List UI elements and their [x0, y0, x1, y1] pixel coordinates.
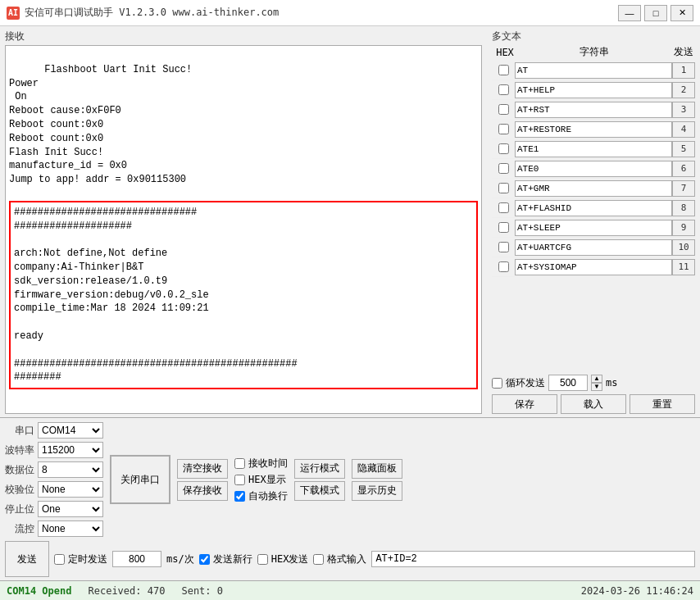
auto-newline-label: 自动换行	[248, 489, 288, 503]
parity-select[interactable]: None	[38, 481, 103, 498]
baud-label: 波特率	[5, 443, 34, 457]
cmd-send-number[interactable]: 1	[672, 62, 695, 79]
reset-button[interactable]: 重置	[630, 394, 695, 414]
command-row: 8	[492, 198, 695, 218]
received-label: Received:	[88, 585, 141, 597]
left-panel: 接收 Flashboot Uart Init Succ! Power On Re…	[0, 26, 487, 417]
download-mode-button[interactable]: 下载模式	[294, 481, 345, 501]
loop-spin-up[interactable]: ▲	[591, 375, 602, 383]
cmd-checkbox[interactable]	[498, 124, 509, 134]
app-icon: AI	[7, 7, 20, 20]
send-button[interactable]: 发送	[5, 541, 49, 577]
multi-text-header: 多文本	[492, 30, 695, 43]
timed-interval-input[interactable]	[112, 551, 161, 567]
parity-row: 校验位 None	[5, 480, 103, 498]
cmd-send-number[interactable]: 7	[672, 180, 695, 197]
cmd-checkbox[interactable]	[498, 84, 509, 95]
loop-interval-input[interactable]	[548, 375, 588, 391]
mode-buttons: 运行模式 下载模式	[294, 459, 345, 501]
cmd-send-number[interactable]: 10	[672, 239, 695, 256]
auto-newline-row: 自动换行	[234, 489, 288, 503]
cmd-checkbox[interactable]	[498, 261, 509, 272]
receive-time-label: 接收时间	[248, 457, 288, 470]
statusbar: COM14 Opend Received: 470 Sent: 0 2024-0…	[0, 580, 700, 600]
cmd-checkbox[interactable]	[498, 183, 509, 193]
receive-area[interactable]: Flashboot Uart Init Succ! Power On Reboo…	[5, 45, 482, 414]
loop-spin-down[interactable]: ▼	[591, 383, 602, 391]
send-options: 定时发送 ms/次 发送新行 HEX发送 格式输入	[54, 551, 695, 567]
loop-send-row: 循环发送 ▲ ▼ ms	[492, 375, 695, 391]
clear-receive-button[interactable]: 清空接收	[177, 459, 228, 479]
multi-text-title: 多文本	[492, 30, 521, 43]
baud-select[interactable]: 115200	[38, 442, 103, 458]
hide-panel-button[interactable]: 隐藏面板	[352, 459, 402, 479]
cmd-text-input[interactable]	[515, 200, 672, 216]
receive-normal-text: Flashboot Uart Init Succ! Power On Reboo…	[9, 64, 192, 185]
port-label: 串口	[5, 424, 34, 438]
parity-label: 校验位	[5, 483, 34, 497]
stop-bits-select[interactable]: One	[38, 501, 103, 517]
command-row: 1	[492, 61, 695, 80]
col-headers: HEX 字符串 发送	[492, 45, 695, 59]
loop-send-checkbox[interactable]	[492, 378, 502, 389]
cmd-text-input[interactable]	[515, 239, 672, 256]
receive-highlight-text: ############################### ########…	[9, 201, 478, 389]
toolbar-row1: 串口 COM14 波特率 115200 数据位 8 校验位 N	[5, 421, 695, 538]
hex-display-checkbox[interactable]	[234, 475, 245, 485]
run-mode-button[interactable]: 运行模式	[294, 459, 345, 479]
cmd-checkbox[interactable]	[498, 202, 509, 213]
receive-time-checkbox[interactable]	[234, 458, 245, 469]
send-newline-checkbox[interactable]	[199, 554, 210, 565]
cmd-send-number[interactable]: 6	[672, 161, 695, 177]
timed-send-row: 定时发送	[54, 552, 107, 566]
timed-send-label: 定时发送	[68, 552, 107, 566]
cmd-checkbox[interactable]	[498, 143, 509, 154]
cmd-checkbox-container	[492, 242, 515, 252]
cmd-checkbox[interactable]	[498, 222, 509, 233]
port-select[interactable]: COM14	[38, 422, 103, 439]
auto-newline-checkbox[interactable]	[234, 491, 245, 502]
data-bits-select[interactable]: 8	[38, 461, 103, 478]
cmd-text-input[interactable]	[515, 62, 672, 79]
cmd-send-number[interactable]: 9	[672, 220, 695, 236]
cmd-send-number[interactable]: 4	[672, 121, 695, 138]
close-button[interactable]: ✕	[670, 5, 693, 21]
send-text-input[interactable]	[371, 551, 695, 567]
command-list: 1234567891011	[492, 61, 695, 371]
cmd-send-number[interactable]: 8	[672, 200, 695, 216]
sent-value: 0	[217, 585, 223, 597]
close-port-button[interactable]: 关闭串口	[110, 455, 170, 504]
cmd-text-input[interactable]	[515, 121, 672, 138]
flow-select[interactable]: None	[38, 520, 103, 537]
format-input-checkbox[interactable]	[313, 554, 324, 565]
cmd-text-input[interactable]	[515, 102, 672, 118]
cmd-checkbox[interactable]	[498, 163, 509, 174]
cmd-send-number[interactable]: 11	[672, 259, 695, 275]
flow-label: 流控	[5, 522, 34, 536]
cmd-send-number[interactable]: 3	[672, 102, 695, 118]
command-row: 5	[492, 139, 695, 159]
cmd-checkbox[interactable]	[498, 65, 509, 75]
cmd-text-input[interactable]	[515, 220, 672, 236]
cmd-text-input[interactable]	[515, 141, 672, 157]
load-button[interactable]: 载入	[561, 394, 626, 414]
command-row: 11	[492, 257, 695, 277]
timed-send-checkbox[interactable]	[54, 554, 65, 565]
cmd-send-number[interactable]: 5	[672, 141, 695, 157]
cmd-text-input[interactable]	[515, 259, 672, 275]
cmd-checkbox-container	[492, 163, 515, 174]
cmd-checkbox[interactable]	[498, 104, 509, 115]
hex-send-checkbox[interactable]	[257, 554, 268, 565]
cmd-checkbox-container	[492, 222, 515, 233]
restore-button[interactable]: □	[644, 5, 667, 21]
cmd-checkbox-container	[492, 261, 515, 272]
cmd-text-input[interactable]	[515, 161, 672, 177]
save-receive-button[interactable]: 保存接收	[177, 481, 228, 501]
cmd-checkbox[interactable]	[498, 242, 509, 252]
minimize-button[interactable]: —	[618, 5, 641, 21]
save-button[interactable]: 保存	[492, 394, 557, 414]
cmd-send-number[interactable]: 2	[672, 82, 695, 98]
show-history-button[interactable]: 显示历史	[352, 481, 402, 501]
cmd-text-input[interactable]	[515, 180, 672, 197]
cmd-text-input[interactable]	[515, 82, 672, 98]
